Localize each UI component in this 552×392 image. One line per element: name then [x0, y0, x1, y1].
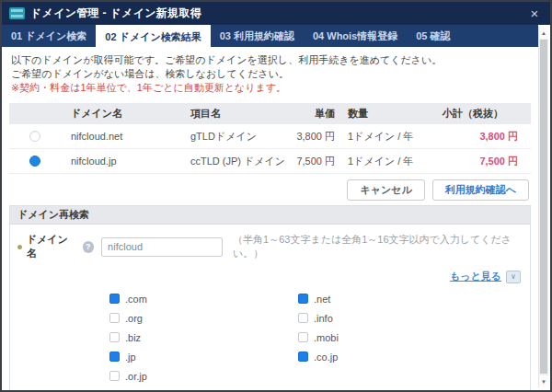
cell-item-name: ccTLD (JP) ドメイン	[179, 155, 290, 168]
title-bar: ドメイン管理 - ドメイン新規取得 ×	[2, 2, 550, 25]
cell-domain-name: nifcloud.net	[60, 131, 179, 142]
checkbox-checked-icon[interactable]	[298, 294, 308, 304]
table-header-row: ドメイン名 項目名 単価 数量 小計（税抜）	[9, 103, 531, 124]
close-icon[interactable]: ×	[526, 6, 543, 22]
cell-unit-price: 3,800 円	[290, 130, 340, 144]
tld-label: .or.jp	[125, 371, 147, 382]
checkbox-checked-icon[interactable]	[109, 294, 120, 304]
header-qty: 数量	[340, 107, 442, 121]
scroll-up-icon[interactable]: ▲	[539, 27, 548, 39]
cell-domain-name: nifcloud.jp	[60, 156, 179, 167]
scrollbar[interactable]: ▲ ▼	[538, 27, 548, 387]
notice-text: 以下のドメインが取得可能です。ご希望のドメインを選択し、利用手続きを進めてくださ…	[11, 53, 538, 95]
notice-line-1: 以下のドメインが取得可能です。ご希望のドメインを選択し、利用手続きを進めてくださ…	[11, 53, 538, 67]
header-unit: 単価	[290, 107, 340, 121]
tld-column-2: .net.info.mobi.co.jp	[298, 289, 487, 386]
header-item: 項目名	[179, 107, 290, 121]
tld-column-1: .com.org.biz.jp.or.jp	[109, 289, 298, 386]
tld-option-com[interactable]: .com	[109, 289, 298, 308]
tld-option-org[interactable]: .org	[109, 308, 298, 328]
dialog-title: ドメイン管理 - ドメイン新規取得	[30, 6, 201, 21]
tld-option-co-jp[interactable]: .co.jp	[298, 347, 487, 366]
result-actions: キャンセル 利用規約確認へ	[2, 179, 529, 201]
tab-step-3[interactable]: 03 利用規約確認	[211, 25, 304, 47]
checkbox-unchecked-icon[interactable]	[109, 313, 120, 323]
tld-label: .mobi	[314, 332, 339, 343]
chevron-down-icon[interactable]: ∨	[506, 271, 521, 283]
app-icon	[9, 7, 25, 19]
cell-unit-price: 7,500 円	[290, 155, 340, 168]
tab-step-1[interactable]: 01 ドメイン検索	[2, 25, 96, 47]
tld-option-info[interactable]: .info	[298, 308, 487, 328]
more-link[interactable]: もっと見る	[450, 270, 501, 283]
notice-warning: ※契約・料金は1年単位で、1年ごとに自動更新となります。	[11, 81, 538, 95]
scroll-down-icon[interactable]: ▼	[539, 375, 548, 387]
help-icon[interactable]: ?	[83, 241, 94, 253]
research-section: ドメイン再検索 ドメイン名 ? （半角1～63文字または全角1～16文字以内で入…	[9, 205, 531, 392]
checkbox-checked-icon[interactable]	[109, 352, 120, 362]
tld-label: .jp	[125, 352, 136, 363]
research-section-title: ドメイン再検索	[10, 206, 530, 225]
more-row: もっと見る ∨	[10, 270, 521, 283]
tld-option-net[interactable]: .net	[298, 289, 487, 308]
cell-subtotal: 7,500 円	[442, 155, 531, 168]
checkbox-unchecked-icon[interactable]	[298, 332, 308, 342]
header-subtotal: 小計（税抜）	[442, 107, 531, 121]
tld-label: .org	[125, 313, 143, 324]
cell-subtotal: 3,800 円	[442, 130, 531, 144]
checkbox-unchecked-icon[interactable]	[109, 371, 120, 381]
tld-option-biz[interactable]: .biz	[109, 328, 298, 347]
table-row[interactable]: nifcloud.jpccTLD (JP) ドメイン7,500 円1ドメイン /…	[9, 149, 531, 174]
input-hint: （半角1～63文字または全角1～16文字以内で入力してください。）	[233, 233, 530, 260]
notice-line-2: ご希望のドメインがない場合は、検索しなおしてください。	[11, 67, 538, 81]
tld-option-mobi[interactable]: .mobi	[298, 328, 487, 347]
tld-checkbox-grid: .com.org.biz.jp.or.jp.net.info.mobi.co.j…	[109, 289, 530, 386]
radio-unselected-icon[interactable]	[29, 131, 40, 142]
tld-label: .info	[314, 313, 333, 324]
row-radio-cell	[9, 156, 60, 167]
domain-result-table: ドメイン名 項目名 単価 数量 小計（税抜） nifcloud.netgTLDド…	[9, 103, 531, 174]
domain-dialog: ドメイン管理 - ドメイン新規取得 × 01 ドメイン検索02 ドメイン検索結果…	[0, 0, 552, 392]
tab-step-5[interactable]: 05 確認	[407, 25, 459, 47]
step-tabs: 01 ドメイン検索02 ドメイン検索結果03 利用規約確認04 Whois情報登…	[2, 25, 538, 47]
checkbox-unchecked-icon[interactable]	[109, 332, 120, 342]
domain-name-label: ドメイン名	[27, 233, 76, 260]
table-row[interactable]: nifcloud.netgTLDドメイン3,800 円1ドメイン / 年3,80…	[9, 124, 531, 149]
checkbox-checked-icon[interactable]	[298, 352, 308, 362]
tld-label: .biz	[125, 332, 141, 343]
tld-label: .co.jp	[314, 352, 338, 363]
tld-label: .net	[314, 294, 330, 305]
dialog-body: 以下のドメインが取得可能です。ご希望のドメインを選択し、利用手続きを進めてくださ…	[2, 47, 538, 390]
tab-step-4[interactable]: 04 Whois情報登録	[304, 25, 407, 47]
tld-option-or-jp[interactable]: .or.jp	[109, 366, 298, 386]
radio-selected-icon[interactable]	[29, 156, 40, 167]
domain-name-field-row: ドメイン名 ? （半角1～63文字または全角1～16文字以内で入力してください。…	[17, 233, 530, 260]
tld-option-jp[interactable]: .jp	[109, 347, 298, 366]
header-domain: ドメイン名	[60, 107, 179, 121]
cell-quantity: 1ドメイン / 年	[340, 155, 442, 168]
domain-name-input[interactable]	[101, 237, 223, 257]
checkbox-unchecked-icon[interactable]	[298, 313, 308, 323]
cell-item-name: gTLDドメイン	[179, 130, 290, 144]
scrollbar-thumb[interactable]	[540, 40, 547, 374]
row-radio-cell	[9, 131, 60, 142]
cancel-button[interactable]: キャンセル	[347, 179, 424, 201]
cell-quantity: 1ドメイン / 年	[340, 130, 442, 144]
tab-step-2[interactable]: 02 ドメイン検索結果	[96, 25, 210, 49]
proceed-to-terms-button[interactable]: 利用規約確認へ	[432, 179, 529, 201]
tld-label: .com	[125, 294, 147, 305]
required-bullet-icon	[17, 245, 22, 249]
